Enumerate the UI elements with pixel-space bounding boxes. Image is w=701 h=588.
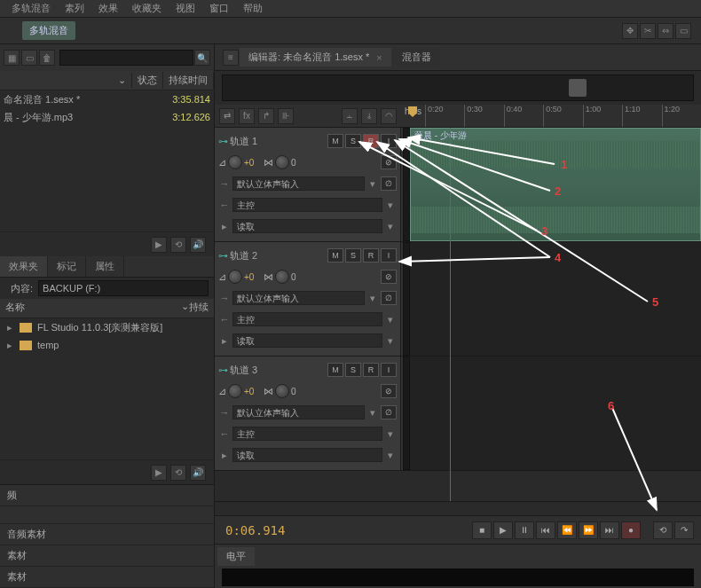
record-button[interactable]: R — [363, 248, 379, 263]
record-button[interactable]: R — [363, 134, 379, 148]
drive-combo[interactable]: BACKUP (F:) — [38, 280, 209, 296]
skip-back-button[interactable]: ⏮ — [536, 521, 555, 539]
new-file-icon[interactable]: ▦ — [4, 50, 20, 66]
automation-combo[interactable]: 读取 — [232, 219, 382, 233]
panel-menu-icon[interactable]: ≡ — [223, 50, 239, 66]
menu-item[interactable]: 素列 — [65, 2, 84, 15]
headphone-icon[interactable]: ◠ — [381, 108, 397, 124]
search-icon[interactable]: 🔍 — [194, 50, 210, 66]
pause-button[interactable]: ⏸ — [515, 521, 534, 539]
snap-icon[interactable]: ⫠ — [342, 108, 358, 124]
menu-item[interactable]: 效果 — [98, 2, 118, 15]
phase-icon[interactable]: ⊘ — [381, 155, 397, 169]
tool-move-icon[interactable]: ✥ — [622, 23, 638, 39]
tab-effects[interactable]: 效果夹 — [0, 256, 48, 277]
pan-knob[interactable] — [275, 384, 289, 398]
level-tab[interactable]: 电平 — [217, 547, 255, 566]
monitor-button[interactable]: I — [381, 363, 397, 377]
tool-cut-icon[interactable]: ✂ — [640, 23, 656, 39]
panel-item[interactable]: 素材 — [0, 567, 214, 588]
panel-item[interactable]: 音频素材 — [0, 524, 214, 545]
tree-folder[interactable]: ▸ FL Studio 11.0.3[亲测兼容版] — [0, 318, 214, 336]
track-name[interactable]: 轨道 1 — [230, 135, 326, 148]
solo-button[interactable]: S — [345, 134, 361, 148]
tab-properties[interactable]: 属性 — [86, 256, 124, 277]
input-combo[interactable]: 默认立体声输入 — [232, 291, 365, 305]
rewind-button[interactable]: ⏪ — [557, 521, 577, 539]
mute-button[interactable]: M — [327, 248, 343, 263]
mute-button[interactable]: M — [327, 363, 343, 377]
track-name[interactable]: 轨道 3 — [230, 364, 326, 377]
menu-item[interactable]: 视图 — [176, 2, 195, 15]
audio-clip[interactable]: 薇晨 - 少年游 — [410, 128, 701, 241]
input-mon-icon[interactable]: ∅ — [381, 291, 397, 305]
pan-knob[interactable] — [275, 155, 289, 169]
volume-knob[interactable] — [228, 384, 242, 398]
track-lane[interactable]: 薇晨 - 少年游 — [410, 128, 701, 241]
volume-knob[interactable] — [228, 270, 242, 284]
skip-sel-button[interactable]: ↷ — [674, 521, 694, 539]
input-mon-icon[interactable]: ∅ — [381, 176, 397, 191]
track-lane[interactable] — [410, 357, 701, 470]
file-row[interactable]: 命名混音 1.sesx * 3:35.814 — [0, 90, 214, 108]
editor-tab[interactable]: 编辑器: 未命名混音 1.sesx *× — [240, 48, 391, 67]
input-combo[interactable]: 默认立体声输入 — [232, 176, 365, 191]
col-status[interactable]: 状态 — [132, 72, 163, 89]
automation-combo[interactable]: 读取 — [232, 448, 382, 462]
playhead[interactable] — [450, 128, 451, 501]
loop-button[interactable]: ⟲ — [653, 521, 673, 539]
mute-button[interactable]: M — [327, 134, 343, 148]
autoplay-icon[interactable]: 🔊 — [190, 465, 206, 481]
overview-handle[interactable] — [569, 79, 587, 97]
timecode[interactable]: 0:06.914 — [222, 523, 285, 537]
search-input[interactable] — [59, 50, 193, 66]
play-icon[interactable]: ▶ — [151, 237, 167, 253]
panel-item[interactable]: 频 — [0, 485, 214, 506]
play-icon[interactable]: ▶ — [151, 465, 167, 481]
mixer-tab[interactable]: 混音器 — [393, 48, 440, 67]
volume-knob[interactable] — [228, 155, 242, 169]
tree-folder[interactable]: ▸ temp — [0, 336, 214, 354]
tab-markers[interactable]: 标记 — [48, 256, 86, 277]
output-combo[interactable]: 主控 — [232, 312, 382, 326]
stop-button[interactable]: ■ — [472, 521, 492, 539]
pan-knob[interactable] — [275, 270, 289, 284]
menu-item[interactable]: 窗口 — [209, 2, 229, 15]
menu-item[interactable]: 收藏夹 — [132, 2, 161, 15]
skip-fwd-button[interactable]: ⏭ — [600, 521, 619, 539]
loop-icon[interactable]: ⟲ — [170, 237, 186, 253]
close-icon[interactable]: × — [376, 52, 382, 63]
automation-combo[interactable]: 读取 — [232, 333, 382, 348]
loop-icon[interactable]: ⟲ — [170, 465, 186, 481]
menu-item[interactable]: 帮助 — [243, 2, 263, 15]
magnet-icon[interactable]: ⫰ — [361, 108, 377, 124]
toggle-icon[interactable]: ⇄ — [219, 108, 235, 124]
track-name[interactable]: 轨道 2 — [230, 249, 326, 263]
tool-select-icon[interactable]: ▭ — [675, 23, 691, 39]
panel-item[interactable]: 素材 — [0, 545, 214, 567]
menu-item[interactable]: 多轨混音 — [12, 2, 51, 15]
monitor-button[interactable]: I — [381, 248, 397, 263]
overview[interactable] — [222, 74, 694, 101]
tool-slip-icon[interactable]: ⇔ — [658, 23, 673, 39]
autoplay-icon[interactable]: 🔊 — [190, 237, 206, 253]
input-combo[interactable]: 默认立体声输入 — [232, 405, 365, 419]
output-combo[interactable]: 主控 — [232, 198, 382, 212]
send-icon[interactable]: ↱ — [258, 108, 274, 124]
record-button[interactable]: ● — [621, 521, 641, 539]
input-mon-icon[interactable]: ∅ — [381, 405, 397, 419]
fx-icon[interactable]: fx — [239, 108, 255, 124]
h-scrollbar[interactable] — [215, 501, 701, 515]
forward-button[interactable]: ⏩ — [579, 521, 598, 539]
solo-button[interactable]: S — [345, 363, 361, 377]
monitor-button[interactable]: I — [381, 134, 397, 148]
phase-icon[interactable]: ⊘ — [381, 270, 397, 284]
ruler-ticks[interactable]: hms 0:20 0:30 0:40 0:50 1:00 1:10 1:20 — [401, 105, 701, 127]
output-combo[interactable]: 主控 — [232, 427, 382, 441]
delete-icon[interactable]: 🗑 — [39, 50, 55, 66]
solo-button[interactable]: S — [345, 248, 361, 263]
eq-icon[interactable]: ⊪ — [278, 108, 294, 124]
open-file-icon[interactable]: ▭ — [21, 50, 37, 66]
col-duration[interactable]: 持续时间 — [163, 72, 214, 89]
mode-tab[interactable]: 多轨混音 — [22, 21, 75, 40]
